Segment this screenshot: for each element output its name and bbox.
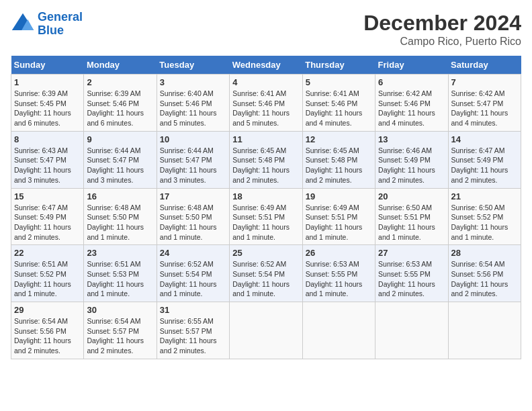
day-number: 7 (451, 77, 518, 87)
page-title: December 2024 (363, 11, 521, 36)
day-number: 15 (14, 191, 81, 201)
calendar-week-row: 15 Sunrise: 6:47 AMSunset: 5:49 PMDaylig… (11, 188, 521, 245)
day-number: 20 (378, 191, 445, 201)
day-number: 13 (378, 134, 445, 144)
calendar-cell: 1 Sunrise: 6:39 AMSunset: 5:45 PMDayligh… (11, 75, 84, 132)
day-number: 3 (160, 77, 226, 87)
calendar-cell: 18 Sunrise: 6:49 AMSunset: 5:51 PMDaylig… (230, 188, 302, 245)
calendar-cell: 16 Sunrise: 6:48 AMSunset: 5:50 PMDaylig… (84, 188, 157, 245)
calendar-week-row: 22 Sunrise: 6:51 AMSunset: 5:52 PMDaylig… (11, 245, 521, 302)
day-number: 21 (451, 191, 518, 201)
cell-info: Sunrise: 6:48 AMSunset: 5:50 PMDaylight:… (160, 203, 226, 242)
header-sunday: Sunday (11, 56, 84, 75)
calendar-cell (230, 302, 302, 359)
day-number: 2 (87, 77, 153, 87)
calendar-cell: 12 Sunrise: 6:45 AMSunset: 5:48 PMDaylig… (302, 131, 375, 188)
day-number: 30 (87, 305, 153, 315)
day-number: 17 (160, 191, 226, 201)
day-number: 28 (451, 248, 518, 258)
cell-info: Sunrise: 6:50 AMSunset: 5:51 PMDaylight:… (378, 203, 445, 242)
cell-info: Sunrise: 6:52 AMSunset: 5:54 PMDaylight:… (160, 259, 226, 299)
title-block: December 2024 Campo Rico, Puerto Rico (363, 11, 521, 48)
cell-info: Sunrise: 6:44 AMSunset: 5:47 PMDaylight:… (87, 146, 153, 185)
cell-info: Sunrise: 6:54 AMSunset: 5:57 PMDaylight:… (87, 316, 153, 356)
calendar-week-row: 29 Sunrise: 6:54 AMSunset: 5:56 PMDaylig… (11, 302, 521, 359)
day-number: 10 (160, 134, 226, 144)
day-number: 8 (14, 134, 81, 144)
calendar-cell: 26 Sunrise: 6:53 AMSunset: 5:55 PMDaylig… (302, 245, 375, 302)
calendar-cell: 23 Sunrise: 6:51 AMSunset: 5:53 PMDaylig… (84, 245, 157, 302)
calendar-cell: 21 Sunrise: 6:50 AMSunset: 5:52 PMDaylig… (448, 188, 521, 245)
day-number: 22 (14, 248, 81, 258)
calendar-cell: 29 Sunrise: 6:54 AMSunset: 5:56 PMDaylig… (11, 302, 84, 359)
cell-info: Sunrise: 6:41 AMSunset: 5:46 PMDaylight:… (232, 89, 299, 128)
day-number: 23 (87, 248, 153, 258)
calendar-cell: 14 Sunrise: 6:47 AMSunset: 5:49 PMDaylig… (448, 131, 521, 188)
cell-info: Sunrise: 6:42 AMSunset: 5:47 PMDaylight:… (451, 89, 518, 128)
day-number: 31 (160, 305, 226, 315)
day-number: 24 (160, 248, 226, 258)
day-number: 4 (232, 77, 299, 87)
day-number: 16 (87, 191, 153, 201)
day-number: 27 (378, 248, 445, 258)
calendar-header-row: SundayMondayTuesdayWednesdayThursdayFrid… (11, 56, 521, 75)
calendar-cell: 15 Sunrise: 6:47 AMSunset: 5:49 PMDaylig… (11, 188, 84, 245)
cell-info: Sunrise: 6:52 AMSunset: 5:54 PMDaylight:… (232, 259, 299, 299)
calendar-cell: 2 Sunrise: 6:39 AMSunset: 5:46 PMDayligh… (84, 75, 157, 132)
header-tuesday: Tuesday (157, 56, 229, 75)
calendar-cell: 25 Sunrise: 6:52 AMSunset: 5:54 PMDaylig… (230, 245, 302, 302)
cell-info: Sunrise: 6:49 AMSunset: 5:51 PMDaylight:… (306, 203, 372, 242)
calendar-cell: 3 Sunrise: 6:40 AMSunset: 5:46 PMDayligh… (157, 75, 229, 132)
day-number: 29 (14, 305, 81, 315)
header-friday: Friday (375, 56, 448, 75)
cell-info: Sunrise: 6:54 AMSunset: 5:56 PMDaylight:… (451, 259, 518, 299)
cell-info: Sunrise: 6:51 AMSunset: 5:53 PMDaylight:… (87, 259, 153, 299)
calendar-week-row: 8 Sunrise: 6:43 AMSunset: 5:47 PMDayligh… (11, 131, 521, 188)
cell-info: Sunrise: 6:53 AMSunset: 5:55 PMDaylight:… (306, 259, 372, 299)
calendar-cell (302, 302, 375, 359)
cell-info: Sunrise: 6:50 AMSunset: 5:52 PMDaylight:… (451, 203, 518, 242)
day-number: 11 (232, 134, 299, 144)
page-subtitle: Campo Rico, Puerto Rico (363, 36, 521, 48)
cell-info: Sunrise: 6:42 AMSunset: 5:46 PMDaylight:… (378, 89, 445, 128)
calendar-cell: 17 Sunrise: 6:48 AMSunset: 5:50 PMDaylig… (157, 188, 229, 245)
cell-info: Sunrise: 6:43 AMSunset: 5:47 PMDaylight:… (14, 146, 81, 185)
day-number: 12 (306, 134, 372, 144)
calendar-cell: 19 Sunrise: 6:49 AMSunset: 5:51 PMDaylig… (302, 188, 375, 245)
cell-info: Sunrise: 6:51 AMSunset: 5:52 PMDaylight:… (14, 259, 81, 299)
day-number: 1 (14, 77, 81, 87)
calendar-cell: 9 Sunrise: 6:44 AMSunset: 5:47 PMDayligh… (84, 131, 157, 188)
calendar-cell: 6 Sunrise: 6:42 AMSunset: 5:46 PMDayligh… (375, 75, 448, 132)
day-number: 14 (451, 134, 518, 144)
cell-info: Sunrise: 6:55 AMSunset: 5:57 PMDaylight:… (160, 316, 226, 356)
header-saturday: Saturday (448, 56, 521, 75)
cell-info: Sunrise: 6:44 AMSunset: 5:47 PMDaylight:… (160, 146, 226, 185)
calendar-cell: 22 Sunrise: 6:51 AMSunset: 5:52 PMDaylig… (11, 245, 84, 302)
day-number: 6 (378, 77, 445, 87)
cell-info: Sunrise: 6:53 AMSunset: 5:55 PMDaylight:… (378, 259, 445, 299)
calendar-cell: 13 Sunrise: 6:46 AMSunset: 5:49 PMDaylig… (375, 131, 448, 188)
day-number: 19 (306, 191, 372, 201)
calendar-cell: 4 Sunrise: 6:41 AMSunset: 5:46 PMDayligh… (230, 75, 302, 132)
header-monday: Monday (84, 56, 157, 75)
logo: General Blue (11, 11, 83, 38)
calendar-cell: 8 Sunrise: 6:43 AMSunset: 5:47 PMDayligh… (11, 131, 84, 188)
cell-info: Sunrise: 6:39 AMSunset: 5:45 PMDaylight:… (14, 89, 81, 128)
cell-info: Sunrise: 6:45 AMSunset: 5:48 PMDaylight:… (232, 146, 299, 185)
calendar-cell: 11 Sunrise: 6:45 AMSunset: 5:48 PMDaylig… (230, 131, 302, 188)
cell-info: Sunrise: 6:49 AMSunset: 5:51 PMDaylight:… (232, 203, 299, 242)
logo-text: General Blue (38, 11, 83, 38)
calendar-cell: 5 Sunrise: 6:41 AMSunset: 5:46 PMDayligh… (302, 75, 375, 132)
cell-info: Sunrise: 6:39 AMSunset: 5:46 PMDaylight:… (87, 89, 153, 128)
day-number: 9 (87, 134, 153, 144)
calendar-table: SundayMondayTuesdayWednesdayThursdayFrid… (11, 56, 521, 359)
calendar-cell (375, 302, 448, 359)
day-number: 18 (232, 191, 299, 201)
calendar-cell: 7 Sunrise: 6:42 AMSunset: 5:47 PMDayligh… (448, 75, 521, 132)
header-wednesday: Wednesday (230, 56, 302, 75)
calendar-cell: 31 Sunrise: 6:55 AMSunset: 5:57 PMDaylig… (157, 302, 229, 359)
calendar-cell: 27 Sunrise: 6:53 AMSunset: 5:55 PMDaylig… (375, 245, 448, 302)
calendar-cell: 24 Sunrise: 6:52 AMSunset: 5:54 PMDaylig… (157, 245, 229, 302)
cell-info: Sunrise: 6:47 AMSunset: 5:49 PMDaylight:… (14, 203, 81, 242)
cell-info: Sunrise: 6:41 AMSunset: 5:46 PMDaylight:… (306, 89, 372, 128)
